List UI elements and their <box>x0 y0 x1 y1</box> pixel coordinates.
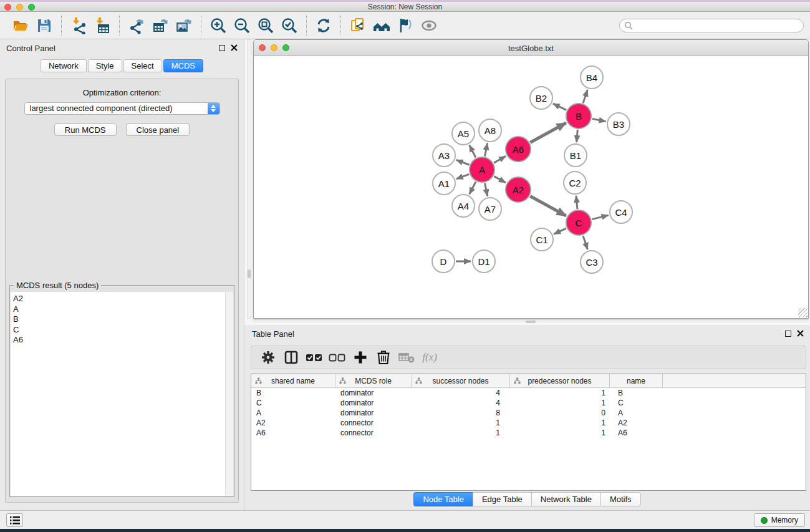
graph-node-B4[interactable]: B4 <box>580 65 604 89</box>
run-mcds-button[interactable]: Run MCDS <box>54 123 117 136</box>
delete-table-icon[interactable] <box>396 348 417 367</box>
graph-edge-A2-C[interactable] <box>530 196 566 216</box>
tab-select[interactable]: Select <box>123 59 162 72</box>
table-cell[interactable]: 1 <box>412 418 510 428</box>
hide-flags-icon[interactable] <box>395 16 415 36</box>
zoom-selected-icon[interactable] <box>279 16 299 36</box>
graph-node-B2[interactable]: B2 <box>529 86 553 110</box>
column-header-successor-nodes[interactable]: successor nodes <box>412 374 510 387</box>
select-all-columns-icon[interactable] <box>304 348 325 367</box>
graph-node-B3[interactable]: B3 <box>607 112 630 136</box>
tab-network-table[interactable]: Network Table <box>531 492 600 506</box>
graph-node-A7[interactable]: A7 <box>478 197 502 221</box>
close-panel-button[interactable]: Close panel <box>126 123 190 136</box>
import-network-icon[interactable] <box>69 16 89 36</box>
graph-node-A8[interactable]: A8 <box>478 118 502 142</box>
graph-node-C2[interactable]: C2 <box>563 171 587 195</box>
birds-eye-view-icon[interactable] <box>372 16 392 36</box>
tab-motifs[interactable]: Motifs <box>600 492 641 506</box>
table-cell[interactable]: 1 <box>510 388 610 398</box>
column-header-predecessor-nodes[interactable]: predecessor nodes <box>510 374 610 387</box>
select-stepper-icon[interactable] <box>208 103 219 114</box>
table-row[interactable]: A2connector11A2 <box>251 418 806 428</box>
table-cell[interactable]: 1 <box>510 418 610 428</box>
table-cell[interactable]: A6 <box>251 428 335 438</box>
close-table-panel-icon[interactable] <box>797 330 804 337</box>
window-resize-grip[interactable] <box>798 308 808 317</box>
graph-node-C1[interactable]: C1 <box>530 228 554 251</box>
graph-edge-B-B4[interactable] <box>583 90 587 103</box>
table-cell[interactable]: 8 <box>412 408 510 418</box>
table-cell[interactable]: A2 <box>610 418 663 428</box>
graph-edge-B-B3[interactable] <box>592 118 606 121</box>
graph-node-B1[interactable]: B1 <box>564 143 587 167</box>
add-column-icon[interactable] <box>350 348 371 367</box>
table-cell[interactable]: A6 <box>610 428 663 438</box>
graph-edge-A-A8[interactable] <box>485 143 487 157</box>
graph-node-C3[interactable]: C3 <box>580 250 604 274</box>
desktop-horizontal-scrollbar[interactable] <box>253 319 809 323</box>
graph-edge-A-A3[interactable] <box>456 160 470 165</box>
float-panel-icon[interactable] <box>219 45 225 51</box>
refresh-icon[interactable] <box>314 16 334 36</box>
task-history-button[interactable] <box>6 513 23 527</box>
export-table-icon[interactable] <box>150 16 170 36</box>
result-item[interactable]: C <box>11 325 233 336</box>
graph-edge-C-C3[interactable] <box>583 236 587 249</box>
column-header-shared-name[interactable]: shared name <box>251 374 335 387</box>
desktop-vertical-scrollbar[interactable] <box>247 39 251 319</box>
toggle-column-view-icon[interactable] <box>281 348 302 367</box>
graph-edge-B-B1[interactable] <box>577 130 578 142</box>
table-cell[interactable]: A2 <box>251 418 335 428</box>
table-cell[interactable]: 1 <box>412 428 510 438</box>
graph-edge-C-C4[interactable] <box>592 215 608 220</box>
export-image-icon[interactable] <box>174 16 194 36</box>
tab-style[interactable]: Style <box>88 59 122 72</box>
table-cell[interactable]: 4 <box>412 388 510 398</box>
table-cell[interactable]: C <box>251 398 335 408</box>
tab-mcds[interactable]: MCDS <box>163 59 203 72</box>
table-cell[interactable]: dominator <box>335 398 412 408</box>
table-cell[interactable]: dominator <box>335 408 412 418</box>
tab-network[interactable]: Network <box>41 59 87 72</box>
graph-edge-C-C1[interactable] <box>554 228 566 234</box>
criterion-select[interactable]: largest connected component (directed) <box>24 102 220 115</box>
table-row[interactable]: Adominator80A <box>251 408 806 418</box>
delete-columns-icon[interactable] <box>373 348 394 367</box>
graph-edge-C-C2[interactable] <box>576 196 577 209</box>
network-canvas[interactable]: AA1A2A3A4A5A6A7A8BB1B2B3B4CC1C2C3C4DD1 <box>254 56 808 318</box>
table-settings-icon[interactable] <box>258 348 279 367</box>
table-cell[interactable]: B <box>251 388 335 398</box>
result-list-scrollbar[interactable] <box>225 292 233 496</box>
graph-node-A4[interactable]: A4 <box>451 194 475 218</box>
table-cell[interactable]: 1 <box>510 398 610 408</box>
result-item[interactable]: B <box>11 314 233 325</box>
result-item[interactable]: A6 <box>11 335 233 346</box>
result-item[interactable]: A <box>11 304 233 315</box>
table-row[interactable]: Bdominator41B <box>251 388 806 398</box>
graph-node-D1[interactable]: D1 <box>472 249 496 273</box>
graph-edge-A-A2[interactable] <box>494 177 506 183</box>
graph-edge-A-A6[interactable] <box>494 156 506 163</box>
table-cell[interactable]: C <box>610 398 663 408</box>
deselect-all-columns-icon[interactable] <box>327 348 348 367</box>
open-file-icon[interactable] <box>11 16 31 36</box>
zoom-out-icon[interactable] <box>232 16 252 36</box>
graph-edge-B-B2[interactable] <box>553 104 566 110</box>
table-row[interactable]: Cdominator41C <box>251 398 806 408</box>
graph-node-A2[interactable]: A2 <box>505 177 531 203</box>
network-window-titlebar[interactable]: testGlobe.txt <box>254 40 808 56</box>
graph-edge-A-A4[interactable] <box>470 182 476 195</box>
graph-node-D[interactable]: D <box>432 249 455 273</box>
graph-node-B[interactable]: B <box>566 103 592 129</box>
memory-button[interactable]: Memory <box>754 513 805 527</box>
graph-edge-A6-B[interactable] <box>530 123 566 142</box>
float-table-panel-icon[interactable] <box>785 331 791 337</box>
save-session-icon[interactable] <box>34 16 54 36</box>
graph-node-C[interactable]: C <box>566 210 592 236</box>
table-cell[interactable]: A <box>251 408 335 418</box>
graph-node-A1[interactable]: A1 <box>432 172 456 195</box>
table-cell[interactable]: 0 <box>510 408 610 418</box>
zoom-in-icon[interactable] <box>208 16 228 36</box>
graph-edge-A-A7[interactable] <box>485 183 487 196</box>
